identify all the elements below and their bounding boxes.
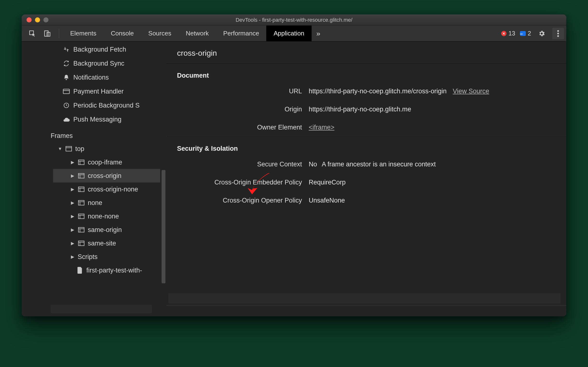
window-icon bbox=[65, 146, 72, 152]
sidebar-scrollbar-thumb[interactable] bbox=[162, 170, 165, 283]
main-horizontal-scrollbar[interactable] bbox=[168, 293, 561, 303]
row-value-extra: A frame ancestor is an insecure context bbox=[322, 161, 436, 168]
frame-top[interactable]: ▼ top bbox=[53, 142, 166, 156]
sidebar-item-notifications[interactable]: Notifications bbox=[22, 70, 166, 84]
sidebar-item-label: Background Sync bbox=[73, 60, 125, 67]
traffic-lights bbox=[26, 17, 49, 22]
row-value: No bbox=[309, 161, 317, 168]
row-label: Owner Element bbox=[166, 124, 309, 131]
disclosure-right-icon[interactable]: ▶ bbox=[70, 241, 75, 246]
frame-icon bbox=[78, 227, 85, 233]
tree-label: same-site bbox=[88, 240, 116, 247]
svg-rect-6 bbox=[63, 89, 69, 94]
message-counter[interactable]: ‒ 2 bbox=[520, 30, 531, 37]
svg-rect-1 bbox=[45, 31, 48, 36]
row-label: Secure Context bbox=[166, 161, 309, 168]
frame-icon bbox=[78, 200, 85, 206]
tab-network[interactable]: Network bbox=[178, 25, 216, 41]
cloud-icon bbox=[63, 117, 70, 122]
sidebar-item-label: Notifications bbox=[73, 74, 109, 81]
traffic-minimize-icon[interactable] bbox=[35, 17, 40, 22]
message-icon: ‒ bbox=[520, 31, 526, 36]
more-tabs-icon[interactable]: » bbox=[312, 29, 325, 38]
row-origin: Origin https://third-party-no-coep.glitc… bbox=[166, 100, 566, 118]
owner-element-link[interactable]: <iframe> bbox=[309, 124, 335, 131]
tree-label: cross-origin-none bbox=[88, 186, 138, 193]
row-coep: Cross-Origin Embedder Policy RequireCorp bbox=[166, 173, 566, 192]
tree-label: cross-origin bbox=[88, 172, 122, 180]
svg-point-5 bbox=[557, 35, 559, 37]
document-section-label: Document bbox=[166, 64, 566, 82]
row-value: UnsafeNone bbox=[309, 197, 556, 204]
svg-point-3 bbox=[557, 30, 559, 32]
disclosure-right-icon[interactable]: ▶ bbox=[70, 187, 75, 192]
row-coop: Cross-Origin Opener Policy UnsafeNone bbox=[166, 192, 566, 209]
frame-item-cross-origin[interactable]: ▶ cross-origin bbox=[53, 169, 166, 183]
sidebar-item-periodic-sync[interactable]: Periodic Background S bbox=[22, 98, 166, 112]
tree-label: coop-iframe bbox=[88, 159, 122, 166]
tree-label: Scripts bbox=[78, 253, 98, 261]
tab-sources[interactable]: Sources bbox=[141, 25, 178, 41]
sidebar-item-label: Periodic Background S bbox=[73, 102, 140, 109]
window-title: DevTools - first-party-test-with-resourc… bbox=[236, 17, 352, 23]
sidebar-item-background-sync[interactable]: Background Sync bbox=[22, 56, 166, 70]
svg-rect-29 bbox=[78, 241, 84, 246]
frame-item-same-site[interactable]: ▶ same-site bbox=[53, 237, 166, 250]
sidebar-horizontal-scrollbar[interactable] bbox=[51, 305, 152, 313]
frame-item-same-origin[interactable]: ▶ same-origin bbox=[53, 223, 166, 237]
frame-icon bbox=[78, 186, 85, 192]
sidebar-item-label: Background Fetch bbox=[73, 46, 126, 53]
divider bbox=[59, 29, 59, 38]
tree-label: same-origin bbox=[88, 226, 122, 234]
error-counter[interactable]: ✕ 13 bbox=[501, 30, 515, 37]
frame-item-none[interactable]: ▶ none bbox=[53, 196, 166, 209]
svg-rect-17 bbox=[78, 187, 84, 192]
disclosure-right-icon[interactable]: ▶ bbox=[70, 214, 75, 219]
device-toolbar-icon[interactable] bbox=[43, 30, 51, 37]
disclosure-right-icon[interactable]: ▶ bbox=[70, 160, 75, 165]
sidebar-item-push-messaging[interactable]: Push Messaging bbox=[22, 112, 166, 126]
svg-rect-20 bbox=[78, 200, 84, 205]
frame-icon bbox=[78, 159, 85, 165]
traffic-close-icon[interactable] bbox=[26, 17, 32, 22]
sidebar-item-label: Payment Handler bbox=[73, 88, 124, 95]
row-owner-element: Owner Element <iframe> bbox=[166, 118, 566, 136]
tab-application[interactable]: Application bbox=[266, 25, 311, 41]
panel-footer bbox=[166, 305, 566, 316]
error-icon: ✕ bbox=[501, 31, 506, 36]
panel-title: cross-origin bbox=[166, 42, 566, 64]
disclosure-right-icon[interactable]: ▶ bbox=[70, 173, 75, 178]
sidebar-item-background-fetch[interactable]: Background Fetch bbox=[22, 42, 166, 56]
row-label: Cross-Origin Opener Policy bbox=[166, 197, 309, 204]
tree-scripts[interactable]: ▶ Scripts bbox=[53, 250, 166, 264]
tree-label: none-none bbox=[88, 213, 119, 220]
tab-performance[interactable]: Performance bbox=[216, 25, 267, 41]
disclosure-down-icon[interactable]: ▼ bbox=[58, 146, 62, 151]
row-secure-context: Secure Context No A frame ancestor is an… bbox=[166, 155, 566, 173]
devtools-window: DevTools - first-party-test-with-resourc… bbox=[22, 15, 566, 316]
application-sidebar: Background Fetch Background Sync Notific… bbox=[22, 42, 166, 316]
tree-file[interactable]: first-party-test-with- bbox=[53, 264, 166, 277]
disclosure-right-icon[interactable]: ▶ bbox=[70, 254, 75, 259]
frame-icon bbox=[78, 213, 85, 219]
row-label: Cross-Origin Embedder Policy bbox=[166, 179, 309, 186]
disclosure-right-icon[interactable]: ▶ bbox=[70, 227, 75, 233]
tab-console[interactable]: Console bbox=[103, 25, 141, 41]
sidebar-item-label: Push Messaging bbox=[73, 116, 122, 123]
more-options-icon[interactable] bbox=[552, 28, 564, 39]
disclosure-right-icon[interactable]: ▶ bbox=[70, 200, 75, 205]
settings-icon[interactable] bbox=[536, 28, 547, 39]
sidebar-item-payment-handler[interactable]: Payment Handler bbox=[22, 84, 166, 98]
traffic-maximize-icon[interactable] bbox=[43, 17, 49, 22]
frame-item-cross-origin-none[interactable]: ▶ cross-origin-none bbox=[53, 183, 166, 196]
svg-rect-26 bbox=[78, 227, 84, 232]
svg-rect-11 bbox=[78, 160, 84, 165]
view-source-link[interactable]: View Source bbox=[453, 88, 489, 95]
inspect-element-icon[interactable] bbox=[28, 30, 36, 37]
svg-point-4 bbox=[557, 33, 559, 34]
frame-item-coop-iframe[interactable]: ▶ coop-iframe bbox=[53, 156, 166, 169]
frame-item-none-none[interactable]: ▶ none-none bbox=[53, 209, 166, 223]
sync-icon bbox=[63, 60, 70, 67]
row-value: https://third-party-no-coep.glitch.me bbox=[309, 106, 556, 113]
tab-elements[interactable]: Elements bbox=[63, 25, 103, 41]
